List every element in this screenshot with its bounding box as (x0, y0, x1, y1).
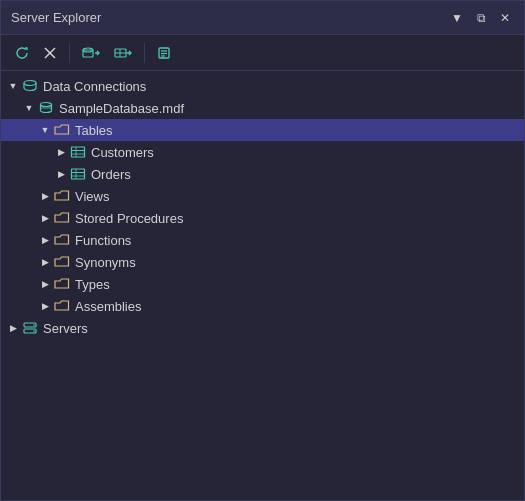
servers-item[interactable]: Servers (1, 317, 524, 339)
orders-table-icon (69, 166, 87, 182)
connections-icon (21, 78, 39, 94)
types-expand[interactable] (37, 276, 53, 292)
views-expand[interactable] (37, 188, 53, 204)
customers-table-icon (69, 144, 87, 160)
tree-container[interactable]: Data Connections SampleDatabase.mdf (1, 71, 524, 500)
data-connections-label: Data Connections (43, 79, 146, 94)
servers-icon (21, 320, 39, 336)
customers-item[interactable]: Customers (1, 141, 524, 163)
window-title: Server Explorer (11, 10, 101, 25)
delete-button[interactable] (37, 42, 63, 64)
stored-procedures-expand[interactable] (37, 210, 53, 226)
toolbar-separator-1 (69, 43, 70, 63)
server-explorer-window: Server Explorer ▼ ⧉ ✕ (0, 0, 525, 501)
synonyms-label: Synonyms (75, 255, 136, 270)
types-item[interactable]: Types (1, 273, 524, 295)
svg-point-26 (33, 324, 35, 326)
svg-point-13 (24, 81, 36, 86)
types-label: Types (75, 277, 110, 292)
servers-expand[interactable] (5, 320, 21, 336)
views-label: Views (75, 189, 109, 204)
assemblies-item[interactable]: Assemblies (1, 295, 524, 317)
functions-folder-icon (53, 232, 71, 248)
synonyms-expand[interactable] (37, 254, 53, 270)
database-item[interactable]: SampleDatabase.mdf (1, 97, 524, 119)
assemblies-label: Assemblies (75, 299, 141, 314)
tables-folder-icon (53, 122, 71, 138)
database-icon (37, 100, 55, 116)
database-expand[interactable] (21, 100, 37, 116)
data-connections-item[interactable]: Data Connections (1, 75, 524, 97)
filter-icon (156, 45, 172, 61)
connect-db-button[interactable] (76, 42, 106, 64)
views-item[interactable]: Views (1, 185, 524, 207)
servers-label: Servers (43, 321, 88, 336)
svg-rect-16 (72, 147, 85, 157)
database-label: SampleDatabase.mdf (59, 101, 184, 116)
functions-expand[interactable] (37, 232, 53, 248)
data-connections-expand[interactable] (5, 78, 21, 94)
types-folder-icon (53, 276, 71, 292)
orders-item[interactable]: Orders (1, 163, 524, 185)
functions-item[interactable]: Functions (1, 229, 524, 251)
orders-label: Orders (91, 167, 131, 182)
toolbar-separator-2 (144, 43, 145, 63)
close-button[interactable]: ✕ (496, 9, 514, 27)
refresh-icon (14, 45, 30, 61)
stored-procedures-label: Stored Procedures (75, 211, 183, 226)
connect-db-icon (81, 45, 101, 61)
tables-label: Tables (75, 123, 113, 138)
functions-label: Functions (75, 233, 131, 248)
dropdown-button[interactable]: ▼ (447, 9, 467, 27)
tables-expand[interactable] (37, 122, 53, 138)
svg-point-14 (41, 103, 52, 107)
orders-expand[interactable] (53, 166, 69, 182)
tables-item[interactable]: Tables (1, 119, 524, 141)
assemblies-expand[interactable] (37, 298, 53, 314)
stored-procedures-item[interactable]: Stored Procedures (1, 207, 524, 229)
stored-procedures-folder-icon (53, 210, 71, 226)
synonyms-item[interactable]: Synonyms (1, 251, 524, 273)
title-bar: Server Explorer ▼ ⧉ ✕ (1, 1, 524, 35)
toolbar (1, 35, 524, 71)
synonyms-folder-icon (53, 254, 71, 270)
delete-icon (42, 45, 58, 61)
connect-server-icon (113, 45, 133, 61)
pin-button[interactable]: ⧉ (473, 9, 490, 27)
connect-server-button[interactable] (108, 42, 138, 64)
svg-rect-20 (72, 169, 85, 179)
assemblies-folder-icon (53, 298, 71, 314)
title-controls: ▼ ⧉ ✕ (447, 9, 514, 27)
svg-point-27 (33, 330, 35, 332)
refresh-button[interactable] (9, 42, 35, 64)
views-folder-icon (53, 188, 71, 204)
customers-expand[interactable] (53, 144, 69, 160)
filter-button[interactable] (151, 42, 177, 64)
customers-label: Customers (91, 145, 154, 160)
